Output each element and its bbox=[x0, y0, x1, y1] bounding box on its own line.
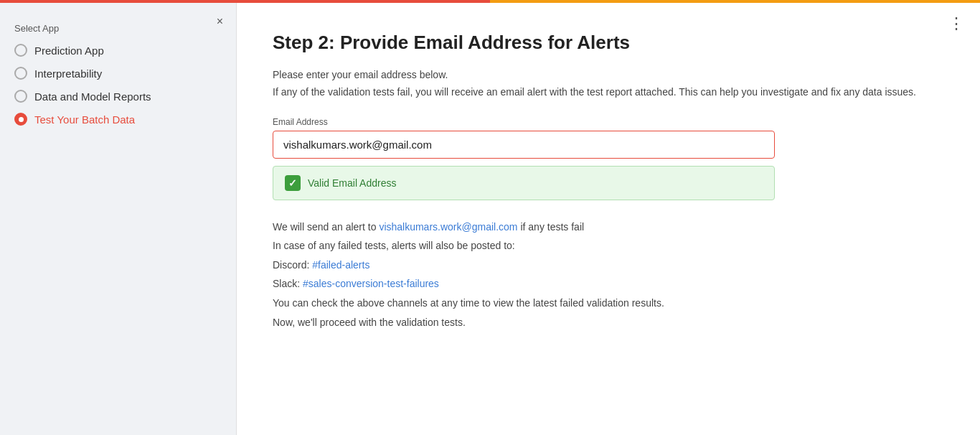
sidebar-item-prediction-app[interactable]: Prediction App bbox=[14, 44, 222, 57]
description-line2: If any of the validation tests fail, you… bbox=[273, 86, 916, 98]
alert-prefix: We will send an alert to bbox=[273, 221, 379, 233]
radio-test-batch-data bbox=[14, 113, 27, 126]
discord-info: Discord: #failed-alerts bbox=[273, 256, 944, 275]
sidebar-item-test-batch-data[interactable]: Test Your Batch Data bbox=[14, 113, 222, 126]
discord-label: Discord: bbox=[273, 259, 312, 271]
alert-suffix: if any tests fail bbox=[518, 221, 585, 233]
proceed-text: Now, we'll proceed with the validation t… bbox=[273, 313, 944, 332]
sidebar-label-data-model-reports: Data and Model Reports bbox=[34, 90, 151, 103]
valid-checkmark-icon bbox=[285, 175, 301, 191]
nav-list: Prediction App Interpretability Data and… bbox=[14, 44, 222, 126]
close-button[interactable]: × bbox=[217, 16, 223, 27]
valid-email-box: Valid Email Address bbox=[273, 166, 775, 200]
app-container: × Select App Prediction App Interpretabi… bbox=[0, 3, 980, 435]
description: Please enter your email address below. I… bbox=[273, 67, 944, 101]
email-label: Email Address bbox=[273, 117, 944, 127]
step-title: Step 2: Provide Email Address for Alerts bbox=[273, 32, 944, 54]
sidebar-label-prediction-app: Prediction App bbox=[34, 45, 104, 57]
discord-link[interactable]: #failed-alerts bbox=[312, 259, 369, 271]
kebab-menu-icon[interactable]: ⋮ bbox=[948, 14, 966, 33]
sidebar-item-interpretability[interactable]: Interpretability bbox=[14, 67, 222, 80]
email-input[interactable] bbox=[273, 131, 775, 159]
check-channels-text: You can check the above channels at any … bbox=[273, 294, 944, 313]
slack-link[interactable]: #sales-conversion-test-failures bbox=[303, 278, 439, 289]
alert-info: We will send an alert to vishalkumars.wo… bbox=[273, 218, 944, 237]
sidebar-label-interpretability: Interpretability bbox=[34, 67, 102, 80]
select-app-label: Select App bbox=[14, 23, 222, 34]
sidebar: × Select App Prediction App Interpretabi… bbox=[0, 3, 237, 435]
sidebar-item-data-model-reports[interactable]: Data and Model Reports bbox=[14, 90, 222, 103]
slack-info: Slack: #sales-conversion-test-failures bbox=[273, 274, 944, 294]
info-section: We will send an alert to vishalkumars.wo… bbox=[273, 218, 944, 332]
main-content: ⋮ Step 2: Provide Email Address for Aler… bbox=[237, 3, 980, 435]
radio-interpretability bbox=[14, 67, 27, 80]
also-posted-text: In case of any failed tests, alerts will… bbox=[273, 236, 944, 256]
radio-data-model-reports bbox=[14, 90, 27, 103]
description-line1: Please enter your email address below. bbox=[273, 69, 448, 80]
valid-email-text: Valid Email Address bbox=[308, 177, 396, 189]
slack-label: Slack: bbox=[273, 278, 303, 289]
radio-prediction-app bbox=[14, 44, 27, 57]
sidebar-label-test-batch-data: Test Your Batch Data bbox=[34, 113, 135, 126]
alert-email-link[interactable]: vishalkumars.work@gmail.com bbox=[379, 221, 517, 233]
